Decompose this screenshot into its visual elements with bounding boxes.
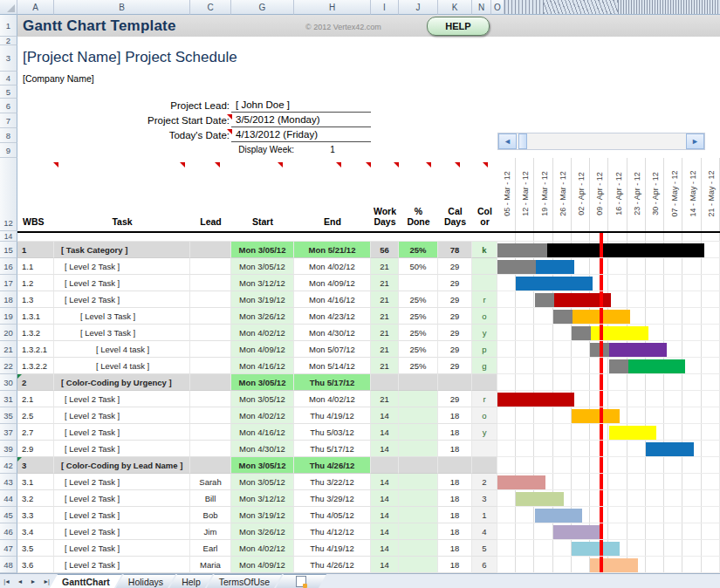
color-cell[interactable] — [472, 374, 497, 391]
task-cell[interactable]: [ Level 3 Task ] — [54, 325, 190, 341]
task-cell[interactable]: [ Level 2 Task ] — [54, 557, 190, 573]
start-cell[interactable]: Mon 3/05/12 — [231, 457, 294, 474]
pct-cell[interactable] — [399, 474, 438, 490]
gantt-row-area[interactable] — [497, 457, 720, 474]
row-header-30[interactable]: 30 — [0, 374, 17, 391]
gantt-row-area[interactable] — [497, 358, 720, 374]
task-cell[interactable]: [ Level 2 Task ] — [54, 275, 190, 291]
pct-cell[interactable] — [399, 540, 438, 557]
last-sheet-button[interactable]: ►| — [39, 574, 52, 588]
cal-cell[interactable]: 29 — [438, 341, 472, 358]
field-value[interactable]: [ John Doe ] — [231, 99, 371, 113]
insert-worksheet-tab[interactable] — [276, 574, 326, 588]
row-header-42[interactable]: 42 — [0, 457, 17, 474]
cal-cell[interactable]: 18 — [438, 490, 472, 507]
color-cell[interactable]: o — [472, 308, 497, 325]
pct-cell[interactable] — [399, 490, 438, 507]
prev-sheet-button[interactable]: ◄ — [13, 574, 26, 588]
start-cell[interactable]: Mon 4/16/12 — [231, 358, 294, 374]
column-header-H[interactable]: H — [294, 0, 371, 15]
start-cell[interactable]: Mon 3/05/12 — [231, 242, 294, 258]
end-cell[interactable]: Thu 4/12/12 — [294, 523, 371, 540]
lead-cell[interactable] — [190, 325, 231, 341]
task-cell[interactable]: [ Level 2 Task ] — [54, 474, 190, 490]
sheet-tab-termsofuse[interactable]: TermsOfUse — [207, 574, 282, 588]
task-cell[interactable]: [ Level 3 Task ] — [54, 308, 190, 325]
gantt-row-area[interactable] — [497, 391, 720, 407]
end-cell[interactable]: Mon 4/09/12 — [294, 275, 371, 291]
wbs-cell[interactable]: 3.1 — [17, 474, 54, 490]
color-cell[interactable]: 4 — [472, 523, 497, 540]
lead-cell[interactable]: Bob — [190, 507, 231, 523]
end-cell[interactable]: Thu 4/05/12 — [294, 507, 371, 523]
row-header-12[interactable]: 12 — [0, 158, 17, 231]
end-cell[interactable]: Thu 3/29/12 — [294, 490, 371, 507]
wbs-cell[interactable]: 3.2 — [17, 490, 54, 507]
lead-cell[interactable] — [190, 358, 231, 374]
cal-cell[interactable]: 18 — [438, 407, 472, 424]
wbs-cell[interactable]: 1 — [17, 242, 54, 258]
cal-cell[interactable]: 29 — [438, 291, 472, 308]
end-cell[interactable]: Thu 5/03/12 — [294, 424, 371, 441]
wbs-cell[interactable]: 2.7 — [17, 424, 54, 441]
lead-cell[interactable] — [190, 308, 231, 325]
work-cell[interactable]: 21 — [371, 275, 399, 291]
task-cell[interactable]: [ Level 2 Task ] — [54, 258, 190, 275]
cal-cell[interactable]: 29 — [438, 391, 472, 407]
row-header-8[interactable]: 8 — [0, 128, 17, 143]
row-header-17[interactable]: 17 — [0, 275, 17, 291]
lead-cell[interactable] — [190, 275, 231, 291]
start-cell[interactable]: Mon 3/26/12 — [231, 308, 294, 325]
start-cell[interactable]: Mon 3/12/12 — [231, 275, 294, 291]
gantt-row-area[interactable] — [497, 258, 720, 275]
select-all-corner[interactable] — [0, 0, 17, 15]
row-header-46[interactable]: 46 — [0, 523, 17, 540]
row-header-3[interactable]: 3 — [0, 45, 17, 72]
row-header-14[interactable]: 14 — [0, 231, 17, 242]
cal-cell[interactable]: 29 — [438, 308, 472, 325]
start-cell[interactable]: Mon 4/02/12 — [231, 325, 294, 341]
cal-cell[interactable]: 29 — [438, 258, 472, 275]
column-header-K[interactable]: K — [438, 0, 472, 15]
lead-cell[interactable] — [190, 407, 231, 424]
cal-cell[interactable]: 18 — [438, 507, 472, 523]
first-sheet-button[interactable]: |◄ — [0, 574, 13, 588]
end-cell[interactable]: Thu 4/19/12 — [294, 407, 371, 424]
task-cell[interactable]: [ Level 2 Task ] — [54, 391, 190, 407]
column-header-G[interactable]: G — [231, 0, 294, 15]
wbs-cell[interactable]: 2.5 — [17, 407, 54, 424]
gantt-row-area[interactable] — [497, 507, 720, 523]
start-cell[interactable]: Mon 4/09/12 — [231, 341, 294, 358]
gantt-row-area[interactable] — [497, 540, 720, 557]
pct-cell[interactable]: 25% — [399, 358, 438, 374]
scroll-right-arrow-icon[interactable]: ► — [686, 133, 704, 149]
hidden-columns-header[interactable] — [618, 0, 720, 15]
start-cell[interactable]: Mon 4/02/12 — [231, 540, 294, 557]
end-cell[interactable]: Mon 4/16/12 — [294, 291, 371, 308]
lead-cell[interactable] — [190, 391, 231, 407]
end-cell[interactable]: Mon 5/14/12 — [294, 358, 371, 374]
pct-cell[interactable] — [399, 374, 438, 391]
color-cell[interactable]: y — [472, 424, 497, 441]
start-cell[interactable]: Mon 3/19/12 — [231, 291, 294, 308]
color-cell[interactable]: 1 — [472, 507, 497, 523]
color-cell[interactable] — [472, 457, 497, 474]
sheet-tab-holidays[interactable]: Holidays — [116, 574, 175, 588]
pct-cell[interactable] — [399, 557, 438, 573]
end-cell[interactable]: Mon 5/07/12 — [294, 341, 371, 358]
color-cell[interactable] — [472, 441, 497, 457]
task-cell[interactable]: [ Level 2 Task ] — [54, 490, 190, 507]
row-header-31[interactable]: 31 — [0, 391, 17, 407]
work-cell[interactable]: 21 — [371, 391, 399, 407]
start-cell[interactable]: Mon 4/09/12 — [231, 557, 294, 573]
wbs-cell[interactable]: 1.3 — [17, 291, 54, 308]
gantt-row-area[interactable] — [497, 441, 720, 457]
wbs-cell[interactable]: 1.2 — [17, 275, 54, 291]
lead-cell[interactable] — [190, 424, 231, 441]
cal-cell[interactable] — [438, 374, 472, 391]
end-cell[interactable]: Mon 4/02/12 — [294, 258, 371, 275]
row-header-4[interactable]: 4 — [0, 72, 17, 85]
cal-cell[interactable]: 18 — [438, 540, 472, 557]
column-header-N[interactable]: N — [472, 0, 491, 15]
end-cell[interactable]: Thu 4/19/12 — [294, 540, 371, 557]
